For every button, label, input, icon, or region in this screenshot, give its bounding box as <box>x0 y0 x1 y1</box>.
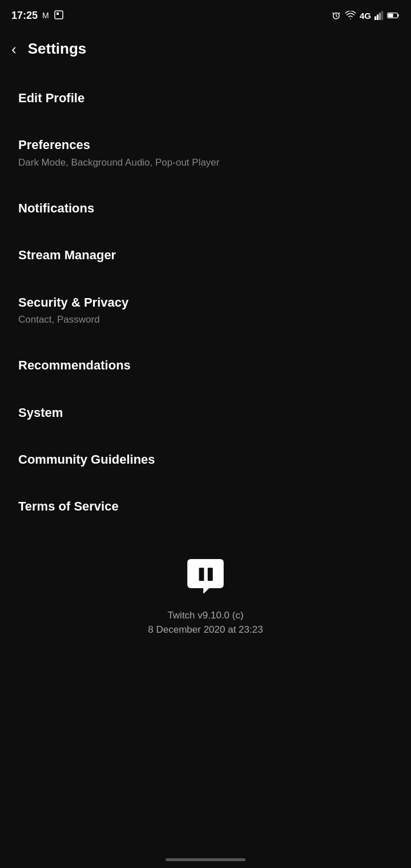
back-button[interactable]: ‹ <box>11 42 17 57</box>
menu-item-stream-manager[interactable]: Stream Manager <box>0 232 411 279</box>
footer-version-line: Twitch v9.10.0 (c) <box>148 608 263 623</box>
menu-item-security-privacy-title: Security & Privacy <box>18 295 393 310</box>
svg-rect-3 <box>374 17 376 20</box>
svg-rect-11 <box>208 568 213 581</box>
menu-item-system-title: System <box>18 405 393 420</box>
menu-item-system[interactable]: System <box>0 389 411 436</box>
settings-menu-list: Edit Profile Preferences Dark Mode, Back… <box>0 69 411 536</box>
wifi-icon <box>345 11 356 20</box>
alarm-icon <box>331 10 341 21</box>
network-type-icon: 4G <box>360 11 371 21</box>
menu-item-notifications[interactable]: Notifications <box>0 185 411 232</box>
menu-item-security-privacy[interactable]: Security & Privacy Contact, Password <box>0 279 411 342</box>
header: ‹ Settings <box>0 29 411 69</box>
notification-icon <box>54 10 64 22</box>
footer: Twitch v9.10.0 (c) 8 December 2020 at 23… <box>0 536 411 654</box>
menu-item-edit-profile-title: Edit Profile <box>18 91 393 106</box>
svg-rect-4 <box>377 14 378 20</box>
menu-item-edit-profile[interactable]: Edit Profile <box>0 75 411 122</box>
svg-rect-8 <box>388 14 393 18</box>
twitch-logo-icon <box>186 559 225 599</box>
menu-item-community-guidelines[interactable]: Community Guidelines <box>0 436 411 483</box>
menu-item-stream-manager-title: Stream Manager <box>18 248 393 263</box>
menu-item-terms-of-service-title: Terms of Service <box>18 499 393 514</box>
page-title: Settings <box>28 40 87 58</box>
status-time: 17:25 <box>11 10 38 22</box>
menu-item-preferences-title: Preferences <box>18 138 393 152</box>
svg-rect-1 <box>57 13 59 15</box>
menu-item-terms-of-service[interactable]: Terms of Service <box>0 483 411 530</box>
home-indicator <box>166 858 245 861</box>
battery-icon <box>387 11 400 19</box>
menu-item-community-guidelines-title: Community Guidelines <box>18 452 393 467</box>
footer-date-line: 8 December 2020 at 23:23 <box>148 622 263 637</box>
status-right: 4G <box>331 10 400 21</box>
menu-item-preferences[interactable]: Preferences Dark Mode, Background Audio,… <box>0 122 411 184</box>
menu-item-notifications-title: Notifications <box>18 201 393 216</box>
menu-item-recommendations[interactable]: Recommendations <box>0 342 411 389</box>
menu-item-preferences-subtitle: Dark Mode, Background Audio, Pop-out Pla… <box>18 156 393 169</box>
footer-version-text: Twitch v9.10.0 (c) 8 December 2020 at 23… <box>148 608 263 637</box>
menu-item-security-privacy-subtitle: Contact, Password <box>18 314 393 326</box>
svg-rect-6 <box>381 11 383 20</box>
svg-rect-5 <box>379 13 381 20</box>
status-bar: 17:25 M 4G <box>0 0 411 29</box>
menu-item-recommendations-title: Recommendations <box>18 358 393 373</box>
svg-rect-10 <box>199 568 204 581</box>
status-left: 17:25 M <box>11 10 64 22</box>
svg-rect-9 <box>397 14 398 17</box>
gmail-icon: M <box>42 11 49 20</box>
signal-icon <box>374 11 384 20</box>
